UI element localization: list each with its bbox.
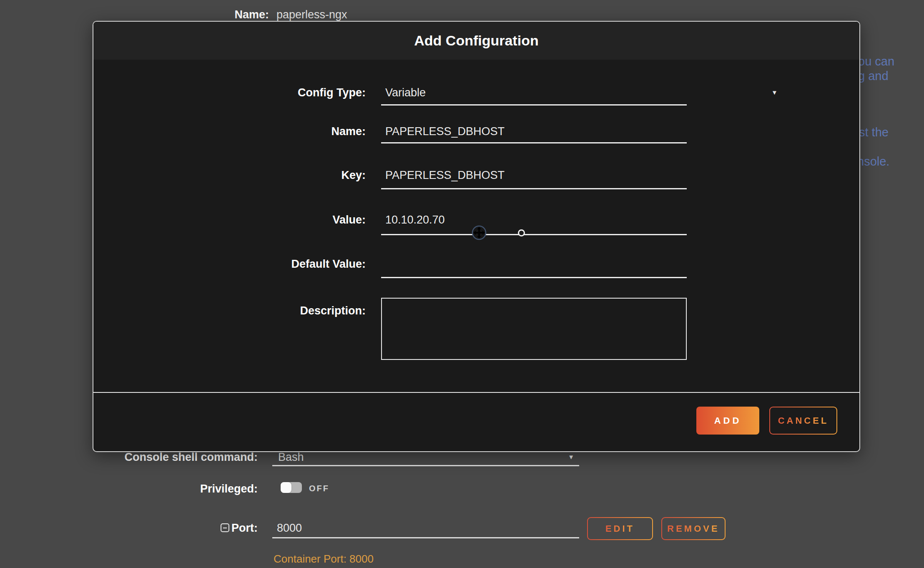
edit-button-label: EDIT [605, 523, 635, 534]
move-cursor-icon [471, 225, 487, 241]
config-type-value: Variable [385, 86, 426, 99]
add-configuration-dialog: Add Configuration Config Type: Variable … [93, 21, 860, 452]
privileged-label: Privileged: [167, 483, 258, 495]
cancel-button[interactable]: CANCEL [769, 407, 837, 435]
config-type-label: Config Type: [93, 86, 366, 99]
edit-button[interactable]: EDIT [587, 517, 653, 540]
add-button[interactable]: ADD [696, 407, 759, 435]
dialog-header: Add Configuration [93, 22, 859, 60]
dropdown-arrow-icon: ▼ [771, 89, 778, 96]
cancel-button-label: CANCEL [778, 415, 829, 426]
port-underline [272, 537, 579, 538]
name-label: Name: [93, 125, 366, 138]
privileged-toggle[interactable] [281, 482, 302, 493]
container-port-note: Container Port: 8000 [274, 553, 374, 565]
name-input[interactable] [381, 123, 687, 140]
port-value: 8000 [277, 522, 302, 535]
default-value-underline [381, 277, 687, 278]
description-textarea[interactable] [381, 298, 687, 360]
page: Name: paperless-ngx ou can g and st the … [0, 0, 924, 568]
pointer-circle-icon [518, 229, 525, 236]
remove-button-label: REMOVE [667, 523, 719, 534]
value-input[interactable] [381, 211, 687, 228]
console-select-underline [272, 465, 579, 466]
dialog-title: Add Configuration [414, 33, 538, 49]
toggle-knob [281, 482, 291, 493]
remove-button[interactable]: REMOVE [661, 517, 726, 540]
console-shell-command-value: Bash [278, 451, 304, 464]
help-text-fragment: g and [858, 69, 889, 83]
dropdown-arrow-icon: ▼ [568, 454, 574, 460]
port-label: Port: [208, 522, 258, 535]
help-text-fragment: ou can [858, 55, 894, 68]
bg-name-value: paperless-ngx [276, 8, 347, 21]
privileged-state: OFF [309, 484, 329, 493]
bg-name-label: Name: [167, 8, 269, 21]
config-type-select[interactable]: Variable [385, 86, 683, 99]
value-label: Value: [93, 214, 366, 226]
footer-divider [93, 392, 859, 393]
default-value-label: Default Value: [93, 258, 366, 271]
console-shell-command-label: Console shell command: [92, 451, 258, 464]
console-shell-command-select[interactable]: Bash ▼ [272, 450, 579, 466]
key-underline [381, 188, 687, 189]
config-type-underline [381, 104, 687, 106]
help-text-fragment: nsole. [857, 155, 889, 168]
default-value-input[interactable] [381, 256, 687, 272]
key-label: Key: [93, 169, 366, 182]
help-text-fragment: st the [859, 126, 889, 139]
description-label: Description: [93, 304, 366, 317]
key-input[interactable] [381, 167, 687, 183]
value-underline [381, 234, 687, 235]
name-underline [381, 142, 687, 143]
